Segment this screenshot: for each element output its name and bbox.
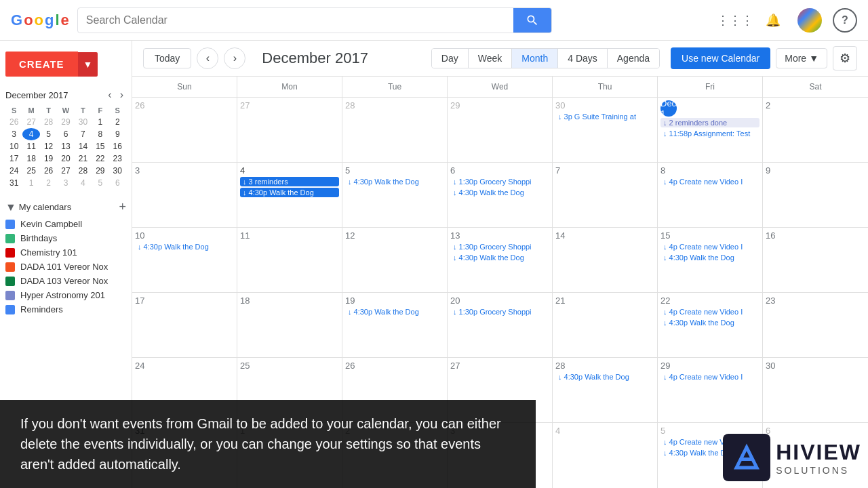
cal-day-cell[interactable]: 6↓ 1:30p Grocery Shoppi↓ 4:30p Walk the …: [448, 163, 553, 227]
cal-event[interactable]: ↓ 4:30p Walk the Dog: [660, 253, 760, 262]
view-4-days-button[interactable]: 4 Days: [558, 49, 608, 68]
cal-event[interactable]: ↓ 4p Create new Video I: [660, 307, 760, 317]
google-logo[interactable]: Google: [11, 12, 69, 29]
mini-cal-day[interactable]: 14: [75, 140, 92, 152]
mini-cal-day[interactable]: 25: [22, 165, 39, 177]
view-day-button[interactable]: Day: [432, 49, 469, 68]
calendar-item[interactable]: Kevin Campbell: [5, 217, 126, 231]
cal-day-cell[interactable]: 30↓ 3p G Suite Training at: [553, 98, 658, 162]
cal-event[interactable]: ↓ 4:30p Walk the Dog: [240, 188, 339, 197]
cal-event[interactable]: ↓ 4:30p Walk the Dog: [450, 253, 549, 262]
cal-event[interactable]: ↓ 4p Create new Video I: [660, 177, 760, 186]
mini-cal-day[interactable]: 6: [109, 177, 126, 189]
cal-event[interactable]: ↓ 4p Create new Video I: [660, 372, 760, 382]
cal-event[interactable]: ↓ 11:58p Assignment: Test: [660, 129, 760, 138]
cal-event[interactable]: ↓ 4:30p Walk the Dog: [345, 177, 444, 186]
mini-cal-day[interactable]: 30: [75, 116, 92, 128]
mini-cal-day[interactable]: 22: [92, 152, 108, 165]
mini-cal-day[interactable]: 28: [40, 116, 57, 128]
mini-cal-day[interactable]: 3: [57, 177, 74, 189]
mini-cal-day[interactable]: 1: [22, 177, 39, 189]
mini-cal-day[interactable]: 1: [92, 116, 108, 128]
mini-cal-day[interactable]: 26: [5, 116, 22, 128]
cal-event[interactable]: ↓ 4p Create new Video I: [660, 242, 760, 251]
mini-cal-day[interactable]: 11: [22, 140, 39, 152]
mini-cal-day[interactable]: 15: [92, 140, 108, 152]
mini-cal-day[interactable]: 6: [57, 128, 74, 140]
cal-day-cell[interactable]: 19↓ 4:30p Walk the Dog: [342, 293, 448, 357]
cal-day-cell[interactable]: 9: [763, 163, 868, 227]
use-new-calendar-button[interactable]: Use new Calendar: [671, 47, 770, 69]
cal-event[interactable]: ↓ 1:30p Grocery Shoppi: [450, 242, 549, 251]
mini-cal-day[interactable]: 29: [92, 165, 108, 177]
cal-day-cell[interactable]: 26: [132, 98, 237, 162]
mini-cal-day[interactable]: 9: [109, 128, 126, 140]
cal-day-cell[interactable]: 15↓ 4p Create new Video I↓ 4:30p Walk th…: [658, 228, 763, 292]
cal-day-cell[interactable]: 30: [763, 358, 868, 422]
mini-cal-day[interactable]: 12: [40, 140, 57, 152]
cal-day-cell[interactable]: 3: [132, 163, 237, 227]
help-icon[interactable]: ?: [833, 8, 857, 33]
calendar-item[interactable]: Hyper Astronomy 201: [5, 288, 126, 302]
mini-cal-next[interactable]: ›: [117, 87, 126, 102]
mini-cal-title[interactable]: December 2017: [5, 90, 68, 100]
cal-day-cell[interactable]: 13↓ 1:30p Grocery Shoppi↓ 4:30p Walk the…: [448, 228, 553, 292]
next-button[interactable]: ›: [224, 47, 245, 69]
cal-day-cell[interactable]: 4↓ 3 reminders↓ 4:30p Walk the Dog: [237, 163, 342, 227]
mini-cal-day[interactable]: 18: [22, 152, 39, 165]
mini-cal-day[interactable]: 26: [40, 165, 57, 177]
mini-cal-day[interactable]: 23: [109, 152, 126, 165]
calendar-item[interactable]: Reminders: [5, 302, 126, 317]
mini-cal-day[interactable]: 29: [57, 116, 74, 128]
mini-cal-day[interactable]: 4: [75, 177, 92, 189]
calendar-item[interactable]: Birthdays: [5, 231, 126, 245]
cal-day-cell[interactable]: 10↓ 4:30p Walk the Dog: [132, 228, 237, 292]
cal-day-cell[interactable]: 8↓ 4p Create new Video I: [658, 163, 763, 227]
notifications-icon[interactable]: 🔔: [760, 7, 787, 34]
cal-event[interactable]: ↓ 3p G Suite Training at: [555, 112, 654, 121]
cal-day-cell[interactable]: 21: [553, 293, 658, 357]
cal-day-cell[interactable]: 23: [763, 293, 868, 357]
cal-day-cell[interactable]: 7: [553, 163, 658, 227]
my-calendars-add[interactable]: +: [119, 200, 126, 214]
search-button[interactable]: [513, 7, 551, 33]
view-week-button[interactable]: Week: [469, 49, 513, 68]
cal-day-cell[interactable]: 11: [237, 228, 342, 292]
cal-day-cell[interactable]: 29↓ 4p Create new Video I: [658, 358, 763, 422]
cal-day-cell[interactable]: 16: [763, 228, 868, 292]
cal-day-cell[interactable]: 28↓ 4:30p Walk the Dog: [553, 358, 658, 422]
cal-day-cell[interactable]: 2: [763, 98, 868, 162]
create-main-button[interactable]: CREATE: [5, 52, 78, 77]
mini-cal-day[interactable]: 7: [75, 128, 92, 140]
calendar-item[interactable]: DADA 103 Vereor Nox: [5, 274, 126, 288]
calendar-item[interactable]: DADA 101 Vereor Nox: [5, 260, 126, 274]
mini-cal-day[interactable]: 20: [57, 152, 74, 165]
mini-cal-day[interactable]: 3: [5, 128, 22, 140]
mini-cal-day[interactable]: 5: [40, 128, 57, 140]
cal-event[interactable]: ↓ 4:30p Walk the Dog: [345, 307, 444, 317]
cal-day-cell[interactable]: Dec 1↓ 2 reminders done↓ 11:58p Assignme…: [658, 98, 763, 162]
calendar-item[interactable]: Chemistry 101: [5, 245, 126, 260]
mini-cal-day[interactable]: 8: [92, 128, 108, 140]
cal-event[interactable]: ↓ 2 reminders done: [660, 118, 760, 127]
cal-day-cell[interactable]: 28: [342, 98, 448, 162]
cal-day-cell[interactable]: 20↓ 1:30p Grocery Shoppi: [448, 293, 553, 357]
cal-event[interactable]: ↓ 4:30p Walk the Dog: [135, 242, 234, 251]
mini-cal-day[interactable]: 10: [5, 140, 22, 152]
cal-day-cell[interactable]: 12: [342, 228, 448, 292]
mini-cal-prev[interactable]: ‹: [105, 87, 114, 102]
cal-day-cell[interactable]: 22↓ 4p Create new Video I↓ 4:30p Walk th…: [658, 293, 763, 357]
cal-day-cell[interactable]: 4: [553, 423, 658, 488]
create-dropdown-button[interactable]: ▼: [78, 52, 98, 77]
view-month-button[interactable]: Month: [512, 49, 558, 68]
mini-cal-day[interactable]: 31: [5, 177, 22, 189]
my-calendars-header[interactable]: ▼ My calendars +: [5, 197, 126, 217]
mini-cal-day[interactable]: 4: [22, 128, 39, 140]
cal-event[interactable]: ↓ 1:30p Grocery Shoppi: [450, 307, 549, 317]
mini-cal-day[interactable]: 16: [109, 140, 126, 152]
today-button[interactable]: Today: [143, 48, 191, 68]
cal-day-cell[interactable]: 29: [448, 98, 553, 162]
mini-cal-day[interactable]: 30: [109, 165, 126, 177]
mini-cal-day[interactable]: 24: [5, 165, 22, 177]
mini-cal-day[interactable]: 28: [75, 165, 92, 177]
